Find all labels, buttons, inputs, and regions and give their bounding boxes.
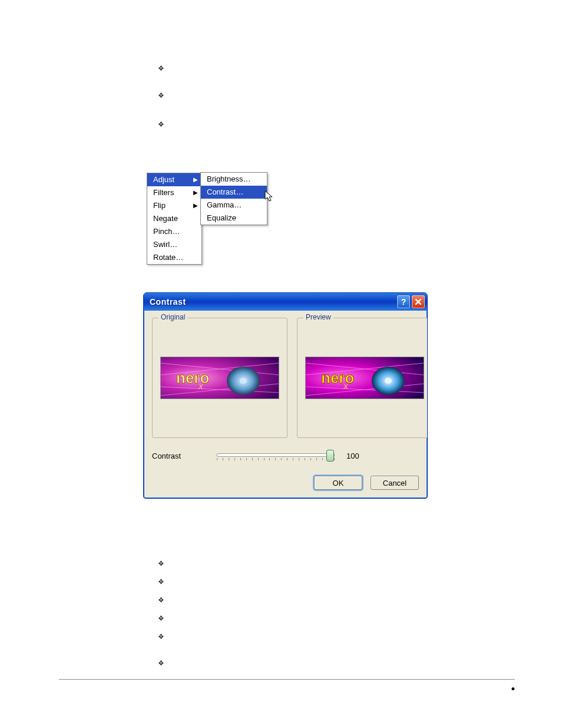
submenu-arrow-icon: ▶: [193, 187, 198, 198]
menu-item-label: Adjust: [153, 174, 174, 185]
decorative-bullet: ❖: [158, 596, 164, 604]
close-button[interactable]: [412, 295, 425, 308]
contrast-slider-row: Contrast 100: [152, 449, 419, 463]
menu-item-label: Pinch…: [153, 226, 180, 237]
menu-item-label: Negate: [153, 213, 178, 224]
group-legend: Preview: [303, 313, 333, 321]
preview-group: Preview: [297, 318, 428, 438]
menu-item-swirl[interactable]: Swirl…: [147, 238, 201, 251]
menu-item-label: Filters: [153, 187, 174, 198]
contrast-slider[interactable]: [217, 449, 335, 463]
svg-text:X: X: [198, 383, 203, 390]
menu-item-label: Swirl…: [153, 239, 177, 250]
svg-point-15: [385, 378, 392, 384]
svg-text:X: X: [343, 383, 348, 390]
slider-label: Contrast: [152, 452, 205, 460]
footer-bullet: •: [511, 683, 515, 696]
menu-item-pinch[interactable]: Pinch…: [147, 225, 201, 238]
preview-image: nero X: [305, 357, 424, 399]
menu-item-label: Gamma…: [207, 200, 242, 210]
menu-item-filters[interactable]: Filters ▶: [147, 186, 201, 199]
submenu-arrow-icon: ▶: [193, 200, 198, 211]
submenu-arrow-icon: ▶: [193, 174, 198, 185]
slider-ticks: [217, 458, 335, 462]
context-help-button[interactable]: ?: [397, 295, 410, 308]
context-menu: Adjust ▶ Filters ▶ Flip ▶ Negate Pinch…: [147, 173, 202, 265]
decorative-bullet: ❖: [158, 659, 164, 667]
menu-item-label: Brightness…: [207, 174, 250, 185]
decorative-bullet: ❖: [158, 614, 164, 622]
svg-text:nero: nero: [321, 369, 354, 387]
slider-groove: [217, 453, 335, 457]
decorative-bullet: ❖: [158, 120, 164, 129]
close-icon: [415, 298, 422, 305]
menu-item-label: Rotate…: [153, 252, 183, 263]
menu-item-gamma[interactable]: Gamma…: [201, 199, 267, 212]
original-image: nero X: [160, 357, 279, 399]
footer-rule: [59, 679, 515, 680]
cancel-button[interactable]: Cancel: [371, 476, 419, 490]
menu-item-negate[interactable]: Negate: [147, 212, 201, 225]
group-legend: Original: [158, 313, 187, 321]
decorative-bullet: ❖: [158, 64, 164, 73]
ok-button[interactable]: OK: [314, 476, 362, 490]
menu-item-equalize[interactable]: Equalize: [201, 212, 267, 225]
menu-item-label: Equalize: [207, 213, 236, 223]
svg-point-6: [240, 378, 247, 384]
original-group: Original: [152, 318, 287, 438]
menu-item-flip[interactable]: Flip ▶: [147, 199, 201, 212]
slider-value: 100: [346, 452, 370, 460]
contrast-dialog: Contrast ? Original: [143, 292, 428, 499]
menu-item-label: Contrast…: [207, 187, 243, 197]
dialog-titlebar[interactable]: Contrast ?: [144, 293, 427, 311]
dialog-title: Contrast: [150, 297, 395, 307]
menu-item-contrast[interactable]: Contrast…: [201, 186, 267, 199]
decorative-bullet: ❖: [158, 578, 164, 586]
decorative-bullet: ❖: [158, 559, 164, 568]
menu-item-adjust[interactable]: Adjust ▶: [147, 173, 201, 186]
slider-thumb[interactable]: [326, 450, 334, 462]
effects-menu: Adjust ▶ Filters ▶ Flip ▶ Negate Pinch…: [147, 173, 202, 265]
decorative-bullet: ❖: [158, 91, 164, 100]
decorative-bullet: ❖: [158, 633, 164, 641]
menu-item-brightness[interactable]: Brightness…: [201, 173, 267, 186]
menu-item-label: Flip: [153, 200, 166, 211]
svg-text:nero: nero: [176, 369, 209, 387]
menu-item-rotate[interactable]: Rotate…: [147, 251, 201, 264]
adjust-submenu: Brightness… Contrast… Gamma… Equalize: [200, 172, 267, 225]
